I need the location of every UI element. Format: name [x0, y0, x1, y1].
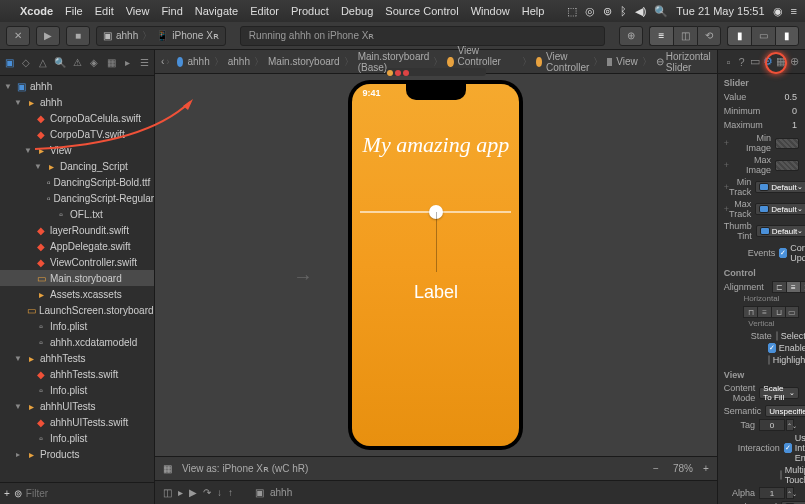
tree-row[interactable]: ▼▸Dancing_Script	[0, 158, 154, 174]
tree-row[interactable]: ▼▣ahhh	[0, 78, 154, 94]
tree-row[interactable]: ▫DancingScript-Regular.ttf	[0, 190, 154, 206]
tree-row[interactable]: ▫Info.plist	[0, 430, 154, 446]
label-widget[interactable]: Label	[352, 282, 519, 303]
tree-row[interactable]: ◆ViewController.swift	[0, 254, 154, 270]
zoom-out[interactable]: −	[653, 463, 659, 474]
volume-icon[interactable]: ◀︎)	[635, 5, 647, 18]
toggle-navigator-button[interactable]: ▮	[727, 26, 751, 46]
selected-check[interactable]	[776, 331, 778, 341]
jump-file[interactable]: Main.storyboard	[268, 56, 340, 67]
run-button[interactable]: ▶	[36, 26, 60, 46]
toggle-inspector-button[interactable]: ▮	[775, 26, 799, 46]
menu-view[interactable]: View	[126, 5, 150, 17]
tree-row[interactable]: ◆CorpoDaTV.swift	[0, 126, 154, 142]
assistant-editor-button[interactable]: ◫	[673, 26, 697, 46]
tree-row[interactable]: ▫ahhh.xcdatamodeld	[0, 334, 154, 350]
device-screen[interactable]: 9:41 My amazing app Label	[352, 84, 519, 446]
find-tab[interactable]: 🔍	[54, 56, 66, 70]
file-inspector-tab[interactable]: ▫	[722, 54, 735, 70]
content-mode[interactable]: Scale To Fill	[759, 387, 799, 399]
standard-editor-button[interactable]: ≡	[649, 26, 673, 46]
continuous-check[interactable]: ✓	[779, 248, 787, 258]
tag-stepper[interactable]: ⌃⌄	[759, 419, 799, 431]
library-button[interactable]: ⊕	[619, 26, 643, 46]
bluetooth-icon[interactable]: ᛒ	[620, 5, 627, 17]
stop-button[interactable]: ■	[66, 26, 90, 46]
spotlight-icon[interactable]: ◎	[585, 5, 595, 18]
max-track[interactable]: Default	[755, 203, 805, 215]
scheme-selector[interactable]: ▣ ahhh 〉 📱 iPhone Xʀ	[96, 26, 226, 46]
step-over[interactable]: ↷	[203, 487, 211, 498]
clock[interactable]: Tue 21 May 15:51	[676, 5, 764, 17]
app-title-label[interactable]: My amazing app	[352, 132, 519, 158]
filter-input[interactable]	[26, 488, 153, 499]
jump-project[interactable]: ahhh	[187, 56, 209, 67]
siri-icon[interactable]: ◉	[773, 5, 783, 18]
tree-row[interactable]: ◆ahhhUITests.swift	[0, 414, 154, 430]
canvas[interactable]: → 9:41 My amazing app Label	[155, 74, 717, 456]
dropbox-icon[interactable]: ⬚	[567, 5, 577, 18]
debug-tab[interactable]: ▦	[106, 56, 117, 70]
tree-row[interactable]: ▭Main.storyboard	[0, 270, 154, 286]
zoom-in[interactable]: +	[703, 463, 709, 474]
connections-inspector-tab[interactable]: ⊕	[788, 54, 801, 70]
test-tab[interactable]: ◈	[89, 56, 100, 70]
tree-row[interactable]: ▼▸ahhh	[0, 94, 154, 110]
close-button[interactable]: ✕	[6, 26, 30, 46]
symbol-tab[interactable]: △	[38, 56, 49, 70]
slider-min[interactable]: 0	[764, 106, 799, 116]
v-align[interactable]: ⊓≡⊔▭	[743, 306, 799, 318]
menu-window[interactable]: Window	[471, 5, 510, 17]
outline-toggle[interactable]: ▦	[163, 463, 172, 474]
tree-row[interactable]: ▼▸ahhhUITests	[0, 398, 154, 414]
breakpoint-tab[interactable]: ▸	[123, 56, 134, 70]
debug-process[interactable]: ahhh	[270, 487, 292, 498]
help-inspector-tab[interactable]: ?	[735, 54, 748, 70]
thumb-tint[interactable]: Default	[756, 225, 805, 237]
tree-row[interactable]: ▫DancingScript-Bold.ttf	[0, 174, 154, 190]
tree-row[interactable]: ▸▸Products	[0, 446, 154, 462]
project-navigator-tab[interactable]: ▣	[4, 56, 15, 70]
toggle-debug-button[interactable]: ▭	[751, 26, 775, 46]
continue-button[interactable]: ▶	[189, 487, 197, 498]
menu-help[interactable]: Help	[522, 5, 545, 17]
wifi-icon[interactable]: ⊚	[603, 5, 612, 18]
menu-xcode[interactable]: Xcode	[20, 5, 53, 17]
multitouch-check[interactable]	[780, 470, 782, 480]
alpha-stepper[interactable]: ⌃⌄	[759, 487, 799, 499]
size-inspector-tab[interactable]: ▦	[775, 54, 788, 70]
tree-row[interactable]: ▫OFL.txt	[0, 206, 154, 222]
menu-file[interactable]: File	[65, 5, 83, 17]
user-interaction-check[interactable]: ✓	[784, 443, 792, 453]
notification-icon[interactable]: ≡	[791, 5, 797, 17]
step-in[interactable]: ↓	[217, 487, 222, 498]
h-align[interactable]: ⊏≡⊐▭▬	[772, 281, 805, 293]
max-image[interactable]	[775, 160, 799, 171]
menu-editor[interactable]: Editor	[250, 5, 279, 17]
tree-row[interactable]: ▸Assets.xcassets	[0, 286, 154, 302]
slider-value[interactable]: 0.5	[750, 92, 799, 102]
menu-source-control[interactable]: Source Control	[385, 5, 458, 17]
tree-row[interactable]: ▫Info.plist	[0, 382, 154, 398]
slider-max[interactable]: 1	[767, 120, 799, 130]
menu-debug[interactable]: Debug	[341, 5, 373, 17]
attributes-inspector-tab[interactable]: ⚙	[761, 54, 774, 70]
tree-row[interactable]: ▼▸ahhhTests	[0, 350, 154, 366]
identity-inspector-tab[interactable]: ▭	[748, 54, 761, 70]
min-track[interactable]: Default	[755, 181, 805, 193]
zoom-value[interactable]: 78%	[673, 463, 693, 474]
jump-view[interactable]: View	[616, 56, 638, 67]
jump-group[interactable]: ahhh	[228, 56, 250, 67]
tree-row[interactable]: ▫Info.plist	[0, 318, 154, 334]
tree-row[interactable]: ◆layerRoundit.swift	[0, 222, 154, 238]
semantic[interactable]: Unspecified	[765, 405, 805, 417]
tree-row[interactable]: ◆ahhhTests.swift	[0, 366, 154, 382]
source-control-tab[interactable]: ◇	[21, 56, 32, 70]
back-button[interactable]: ‹	[161, 56, 164, 67]
forward-button[interactable]: ›	[166, 56, 169, 67]
menu-navigate[interactable]: Navigate	[195, 5, 238, 17]
file-tree[interactable]: ▼▣ahhh▼▸ahhh◆CorpoDaCelula.swift◆CorpoDa…	[0, 76, 154, 482]
tree-row[interactable]: ▼▸View	[0, 142, 154, 158]
tree-row[interactable]: ◆AppDelegate.swift	[0, 238, 154, 254]
menu-find[interactable]: Find	[161, 5, 182, 17]
